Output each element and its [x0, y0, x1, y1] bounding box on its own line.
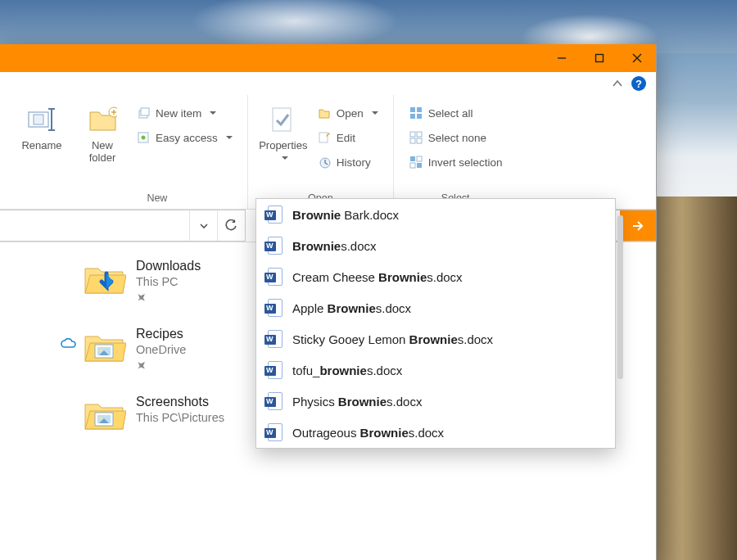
- chevron-down-icon: [199, 221, 209, 231]
- edit-button[interactable]: Edit: [312, 126, 383, 149]
- svg-point-39: [99, 417, 102, 420]
- open-button[interactable]: Open: [312, 102, 383, 124]
- folder-icon: [82, 327, 126, 366]
- invert-selection-label: Invert selection: [428, 156, 503, 169]
- select-none-button[interactable]: Select none: [404, 126, 508, 149]
- folder-location: This PC: [136, 275, 201, 288]
- folder-icon: [82, 259, 126, 298]
- svg-rect-1: [596, 55, 604, 62]
- folder-icon: [82, 395, 126, 434]
- svg-rect-18: [417, 107, 422, 112]
- suggestion-text: Physics Brownies.docx: [292, 395, 422, 409]
- refresh-icon: [225, 219, 237, 232]
- suggestion-item[interactable]: Sticky Gooey Lemon Brownies.docx: [256, 323, 615, 355]
- address-bar[interactable]: [0, 210, 246, 242]
- folder-meta: ScreenshotsThis PC\Pictures: [136, 395, 224, 424]
- easy-access-label: Easy access: [156, 132, 218, 144]
- word-doc-icon: [268, 392, 283, 410]
- suggestion-item[interactable]: Apple Brownies.docx: [256, 292, 615, 323]
- collapse-ribbon-icon[interactable]: [612, 78, 623, 89]
- folder-name: Downloads: [136, 259, 201, 273]
- rename-label: Rename: [21, 139, 61, 151]
- word-doc-icon: [268, 330, 283, 348]
- svg-rect-17: [410, 107, 415, 112]
- select-all-label: Select all: [428, 107, 473, 120]
- svg-rect-27: [410, 163, 415, 168]
- svg-rect-11: [141, 108, 149, 115]
- ribbon-header-right: ?: [0, 72, 656, 95]
- close-button[interactable]: [618, 44, 656, 72]
- easy-access-button[interactable]: Easy access: [131, 126, 237, 149]
- svg-rect-21: [410, 132, 415, 137]
- word-doc-icon: [268, 299, 283, 317]
- suggestion-item[interactable]: Brownie Bark.docx: [256, 199, 615, 230]
- new-folder-button[interactable]: New folder: [77, 98, 128, 189]
- select-none-icon: [409, 130, 423, 145]
- properties-label: Properties: [259, 139, 307, 151]
- edit-label: Edit: [337, 132, 355, 144]
- new-item-label: New item: [156, 107, 201, 120]
- suggestion-item[interactable]: tofu_brownies.docx: [256, 355, 615, 386]
- open-label: Open: [337, 107, 364, 120]
- suggestion-text: Sticky Gooey Lemon Brownies.docx: [292, 332, 493, 346]
- select-none-label: Select none: [428, 132, 486, 144]
- ribbon-group-spacer: [40, 189, 43, 209]
- ribbon: Rename New folder: [0, 95, 656, 210]
- select-all-icon: [409, 106, 423, 120]
- suggestion-item[interactable]: Physics Brownies.docx: [256, 386, 615, 417]
- suggestion-text: Apple Brownies.docx: [292, 301, 411, 315]
- search-go-button[interactable]: [620, 210, 656, 241]
- svg-rect-20: [417, 114, 422, 119]
- properties-button[interactable]: Properties: [258, 98, 309, 189]
- suggestion-text: Outrageous Brownies.docx: [292, 426, 444, 440]
- properties-icon: [269, 105, 298, 134]
- svg-rect-14: [273, 108, 291, 131]
- suggestion-item[interactable]: Brownies.docx: [256, 230, 615, 261]
- svg-rect-24: [417, 138, 422, 143]
- suggestion-item[interactable]: Cream Cheese Brownies.docx: [256, 261, 615, 292]
- help-button[interactable]: ?: [631, 76, 646, 91]
- folder-meta: RecipesOneDrive: [136, 327, 186, 373]
- rename-icon: [27, 105, 57, 134]
- cloud-icon: [61, 338, 77, 353]
- new-item-button[interactable]: New item: [131, 102, 237, 124]
- select-all-button[interactable]: Select all: [404, 102, 508, 124]
- ribbon-new-group: New folder New item Easy access: [67, 95, 248, 209]
- word-doc-icon: [268, 205, 283, 224]
- svg-rect-23: [410, 138, 415, 143]
- invert-selection-button[interactable]: Invert selection: [404, 151, 508, 174]
- suggestion-item[interactable]: Outrageous Brownies.docx: [256, 417, 615, 448]
- svg-point-36: [99, 349, 102, 352]
- ribbon-open-group: Properties Open Edit: [248, 95, 394, 209]
- suggestion-text: Brownie Bark.docx: [292, 208, 399, 222]
- minimize-icon: [557, 53, 567, 63]
- ribbon-rename-group: Rename: [7, 95, 67, 209]
- arrow-right-icon: [631, 219, 645, 233]
- folder-name: Recipes: [136, 327, 186, 341]
- folder-location: This PC\Pictures: [136, 411, 224, 424]
- new-folder-label2: folder: [89, 151, 116, 164]
- suggestion-text: tofu_brownies.docx: [292, 364, 402, 377]
- suggestions-scrollbar[interactable]: [617, 215, 623, 379]
- maximize-button[interactable]: [581, 44, 618, 72]
- svg-rect-22: [417, 132, 422, 137]
- svg-rect-15: [319, 133, 328, 142]
- history-label: History: [337, 156, 371, 169]
- folder-meta: DownloadsThis PC: [136, 259, 201, 305]
- address-history-button[interactable]: [189, 210, 217, 241]
- history-button[interactable]: History: [312, 151, 383, 174]
- suggestion-text: Cream Cheese Brownies.docx: [292, 270, 463, 284]
- suggestion-text: Brownies.docx: [292, 239, 377, 253]
- word-doc-icon: [268, 268, 283, 286]
- minimize-button[interactable]: [543, 44, 581, 72]
- word-doc-icon: [268, 423, 283, 441]
- pin-icon: [133, 358, 149, 374]
- search-suggestions: Brownie Bark.docxBrownies.docxCream Chee…: [255, 198, 616, 449]
- svg-rect-25: [410, 156, 415, 161]
- word-doc-icon: [268, 237, 283, 255]
- refresh-button[interactable]: [217, 210, 245, 241]
- rename-button[interactable]: Rename: [16, 98, 67, 189]
- close-icon: [632, 53, 642, 63]
- ribbon-group-new-label: New: [147, 189, 167, 209]
- svg-rect-5: [34, 115, 43, 124]
